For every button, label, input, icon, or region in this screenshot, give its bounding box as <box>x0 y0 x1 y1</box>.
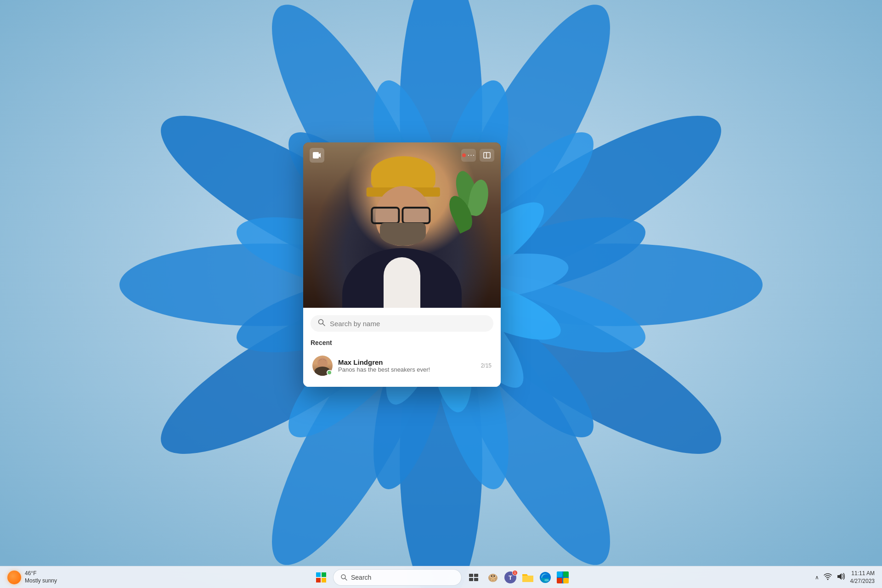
online-indicator <box>327 370 332 375</box>
more-dots: ··· <box>468 151 475 159</box>
video-section: ··· <box>303 142 501 308</box>
expand-button[interactable] <box>480 149 494 162</box>
svg-rect-76 <box>557 578 562 583</box>
desktop: ··· <box>0 0 882 588</box>
clock-time: 11:11 AM <box>850 570 875 577</box>
file-explorer-button[interactable] <box>520 570 535 585</box>
start-button[interactable] <box>312 568 330 587</box>
teams-notification-badge: 1 <box>512 570 518 576</box>
svg-point-67 <box>494 575 495 577</box>
taskbar-search-label: Search <box>351 574 371 581</box>
clock-date: 4/27/2023 <box>850 577 875 585</box>
contact-item[interactable]: Max Lindgren Panos has the best sneakers… <box>311 352 493 379</box>
svg-text:T: T <box>509 574 512 581</box>
system-clock[interactable]: 11:11 AM 4/27/2023 <box>850 570 875 585</box>
svg-point-51 <box>319 359 326 364</box>
more-options-button[interactable]: ··· <box>461 149 476 162</box>
svg-point-72 <box>544 579 549 581</box>
svg-line-57 <box>345 578 347 580</box>
taskbar-search[interactable]: Search <box>333 569 462 586</box>
person-beard <box>380 223 426 246</box>
svg-rect-55 <box>322 578 326 582</box>
search-by-name-input[interactable] <box>330 320 486 328</box>
ms-store-button[interactable] <box>555 570 570 585</box>
weather-text: 46°F Mostly sunny <box>25 570 57 584</box>
video-topbar: ··· <box>303 142 501 168</box>
recent-label: Recent <box>311 339 493 346</box>
svg-rect-38 <box>484 153 490 158</box>
taskbar-center: Search <box>312 568 570 587</box>
video-camera-icon <box>310 148 324 163</box>
svg-point-68 <box>492 579 494 580</box>
svg-rect-61 <box>474 578 478 581</box>
svg-point-50 <box>317 358 328 368</box>
contact-name: Max Lindgren <box>338 358 475 366</box>
taskbar-left: 46°F Mostly sunny <box>7 570 57 584</box>
person-glasses <box>371 207 430 223</box>
svg-rect-74 <box>557 571 562 577</box>
white-panel: Recent Max Lindgren Panos has the <box>303 308 501 387</box>
svg-rect-58 <box>469 574 473 577</box>
svg-rect-60 <box>469 578 473 581</box>
task-view-button[interactable] <box>464 568 483 587</box>
svg-line-48 <box>323 324 325 326</box>
system-tray: ∧ <box>815 573 845 582</box>
svg-rect-53 <box>322 572 326 577</box>
system-tray-expand-button[interactable]: ∧ <box>815 574 819 581</box>
teams-panel: ··· <box>303 142 501 387</box>
svg-rect-77 <box>563 578 569 583</box>
hamster-app-button[interactable] <box>486 570 500 585</box>
weather-condition: Mostly sunny <box>25 577 57 585</box>
search-bar[interactable] <box>311 315 493 332</box>
svg-rect-75 <box>563 571 569 577</box>
teams-taskbar-button[interactable]: T 1 <box>503 570 518 585</box>
contact-message: Panos has the best sneakers ever! <box>338 366 475 373</box>
video-top-buttons: ··· <box>461 149 494 162</box>
svg-point-78 <box>827 578 828 580</box>
taskbar-search-icon <box>341 574 347 581</box>
notification-dot <box>462 153 466 157</box>
weather-widget[interactable]: 46°F Mostly sunny <box>7 570 57 584</box>
search-icon <box>318 319 325 328</box>
weather-sun-icon <box>7 571 21 584</box>
volume-icon[interactable] <box>837 573 845 582</box>
svg-point-66 <box>491 575 492 577</box>
temperature: 46°F <box>25 570 57 577</box>
svg-rect-54 <box>316 578 321 582</box>
svg-rect-59 <box>474 574 478 577</box>
task-view-icon <box>469 574 478 581</box>
edge-browser-button[interactable] <box>538 570 553 585</box>
contact-info: Max Lindgren Panos has the best sneakers… <box>338 358 475 373</box>
svg-rect-52 <box>316 572 321 577</box>
taskbar-right: ∧ <box>815 570 875 585</box>
background-plant <box>459 170 487 253</box>
taskbar: 46°F Mostly sunny <box>0 566 882 588</box>
wifi-icon[interactable] <box>824 573 832 582</box>
contact-avatar-wrapper <box>312 356 333 376</box>
contact-date: 2/15 <box>481 362 492 369</box>
red-dot-indicator: ··· <box>462 151 475 159</box>
